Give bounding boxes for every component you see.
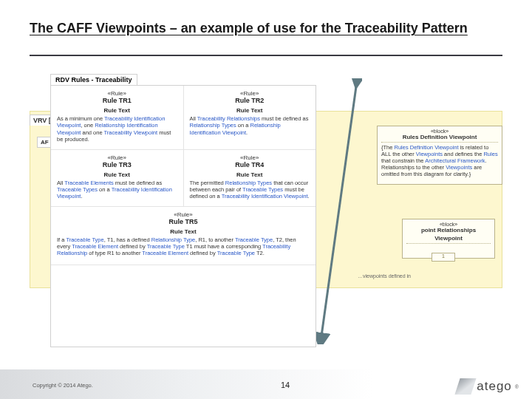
rule-stereotype: «Rule» — [190, 90, 310, 97]
rule-text-label: Rule Text — [57, 228, 310, 235]
rule-tr4: «Rule» Rule TR4 Rule Text The permitted … — [184, 150, 316, 207]
rule-text-label: Rule Text — [57, 171, 177, 178]
rule-stereotype: «Rule» — [190, 154, 310, 161]
block-name-line1: point Relationships — [406, 227, 491, 233]
rule-text: All Traceability Relationships must be d… — [190, 115, 310, 136]
rule-stereotype: «Rule» — [57, 211, 310, 218]
registered-mark: ® — [515, 384, 519, 389]
rule-name: Rule TR2 — [190, 97, 310, 104]
block-note: {The Rules Definition Viewpoint is relat… — [381, 144, 498, 177]
rules-panel-tab: RDV Rules - Traceability — [50, 74, 137, 85]
block-stereotype: «block» — [381, 129, 498, 134]
cropped-text-fragment: …viewpoints defined in — [358, 273, 411, 279]
rule-name: Rule TR3 — [57, 161, 177, 168]
rule-tr3: «Rule» Rule TR3 Rule Text All Traceable … — [51, 150, 184, 207]
rule-text: As a minimum one Traceability Identifica… — [57, 115, 177, 143]
rule-tr2: «Rule» Rule TR2 Rule Text All Traceabili… — [184, 86, 316, 150]
brand-name: atego — [477, 379, 512, 394]
rule-text: If a Traceable Type, T1, has a defined R… — [57, 236, 310, 257]
block-rules-definition-viewpoint: «block» Rules Definition Viewpoint {The … — [377, 126, 502, 185]
rule-tr1: «Rule» Rule TR1 Rule Text As a minimum o… — [51, 86, 184, 150]
rules-panel: RDV Rules - Traceability «Rule» Rule TR1… — [50, 85, 316, 347]
logo-mark-icon — [457, 378, 474, 395]
rule-name: Rule TR5 — [57, 218, 310, 225]
slide-title: The CAFF Viewpoints – an example of use … — [30, 21, 468, 36]
rule-text-label: Rule Text — [190, 171, 310, 178]
block-stereotype: «block» — [406, 222, 491, 227]
page-number: 14 — [281, 381, 290, 389]
block-name-line2: Viewpoint — [406, 235, 491, 242]
rule-row: «Rule» Rule TR3 Rule Text All Traceable … — [51, 150, 316, 207]
rule-stereotype: «Rule» — [57, 154, 177, 161]
title-underline — [30, 55, 502, 56]
multiplicity-one: 1 — [432, 253, 455, 262]
brand-logo: atego® — [457, 378, 519, 395]
rule-text: The permitted Relationship Types that ca… — [190, 180, 310, 200]
rule-row: «Rule» Rule TR1 Rule Text As a minimum o… — [51, 86, 316, 150]
rule-tr5: «Rule» Rule TR5 Rule Text If a Traceable… — [51, 207, 316, 265]
rule-text: All Traceable Elements must be defined a… — [57, 180, 177, 200]
copyright-text: Copyright © 2014 Atego. — [33, 382, 93, 389]
block-name: Rules Definition Viewpoint — [381, 134, 498, 140]
rule-stereotype: «Rule» — [57, 90, 177, 97]
rule-text-label: Rule Text — [190, 107, 310, 114]
rule-name: Rule TR4 — [190, 161, 310, 168]
rule-name: Rule TR1 — [57, 97, 177, 104]
rule-text-label: Rule Text — [57, 107, 177, 114]
